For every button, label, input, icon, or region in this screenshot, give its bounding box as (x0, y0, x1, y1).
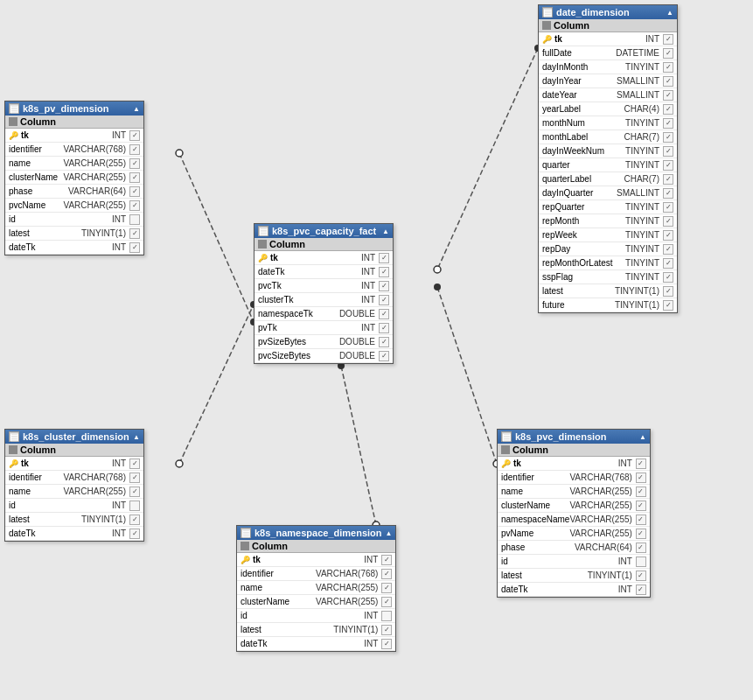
column-checkbox[interactable] (663, 90, 673, 101)
column-checkbox[interactable] (129, 486, 140, 497)
table-header-k8s_cluster_dimension[interactable]: ▤k8s_cluster_dimension▲ (5, 430, 143, 444)
column-checkbox[interactable] (129, 514, 140, 525)
column-checkbox[interactable] (129, 214, 140, 225)
table-k8s_pv_dimension[interactable]: ▤k8s_pv_dimension▲Column🔑tkINTidentifier… (4, 101, 144, 256)
table-row: latestTINYINT(1) (539, 284, 677, 298)
column-checkbox[interactable] (663, 188, 673, 199)
column-checkbox[interactable] (663, 244, 673, 255)
table-k8s_pvc_dimension[interactable]: ▤k8s_pvc_dimension▲Column🔑tkINTidentifie… (497, 429, 651, 598)
column-checkbox[interactable] (663, 132, 673, 143)
column-checkbox[interactable] (129, 242, 140, 253)
column-checkbox[interactable] (663, 160, 673, 171)
column-checkbox[interactable] (636, 486, 646, 497)
column-checkbox[interactable] (636, 556, 646, 567)
collapse-icon[interactable]: ▲ (666, 9, 673, 17)
column-checkbox[interactable] (636, 528, 646, 539)
column-type: VARCHAR(255) (64, 486, 127, 496)
column-checkbox[interactable] (381, 625, 392, 635)
column-checkbox[interactable] (379, 295, 389, 305)
column-checkbox[interactable] (381, 555, 392, 565)
svg-line-9 (341, 366, 376, 525)
column-checkbox[interactable] (636, 542, 646, 553)
column-checkbox[interactable] (129, 200, 140, 211)
column-name: pvSizeBytes (258, 337, 339, 346)
column-checkbox[interactable] (129, 158, 140, 169)
column-checkbox[interactable] (663, 216, 673, 227)
column-name: tk (253, 555, 364, 564)
primary-key-icon: 🔑 (9, 459, 18, 468)
column-checkbox[interactable] (381, 597, 392, 607)
column-checkbox[interactable] (663, 286, 673, 297)
table-row: clusterTkINT (254, 293, 393, 307)
column-checkbox[interactable] (379, 281, 389, 291)
table-k8s_namespace_dimension[interactable]: ▤k8s_namespace_dimension▲Column🔑tkINTide… (236, 525, 396, 652)
column-checkbox[interactable] (129, 500, 140, 511)
column-checkbox[interactable] (663, 62, 673, 73)
column-checkbox[interactable] (663, 76, 673, 87)
column-name: repWeek (542, 230, 625, 240)
collapse-icon[interactable]: ▲ (133, 433, 140, 441)
column-checkbox[interactable] (663, 146, 673, 157)
table-row: latestTINYINT(1) (5, 227, 143, 241)
table-row: dayInMonthTINYINT (539, 60, 677, 74)
collapse-icon[interactable]: ▲ (386, 529, 393, 537)
column-type: TINYINT (625, 230, 659, 240)
column-checkbox[interactable] (636, 570, 646, 581)
column-checkbox[interactable] (663, 202, 673, 213)
table-date_dimension[interactable]: ▤date_dimension▲Column🔑tkINTfullDateDATE… (538, 4, 678, 313)
table-row: identifierVARCHAR(768) (5, 471, 143, 485)
column-checkbox[interactable] (663, 230, 673, 241)
table-name-label: k8s_pv_dimension (23, 103, 129, 114)
collapse-icon[interactable]: ▲ (639, 433, 646, 441)
column-checkbox[interactable] (636, 458, 646, 469)
column-checkbox[interactable] (379, 267, 389, 277)
collapse-icon[interactable]: ▲ (382, 228, 389, 235)
column-checkbox[interactable] (663, 258, 673, 269)
column-name: pvcTk (258, 281, 361, 290)
column-checkbox[interactable] (381, 611, 392, 621)
table-header-date_dimension[interactable]: ▤date_dimension▲ (539, 5, 677, 19)
table-row: repDayTINYINT (539, 242, 677, 256)
column-checkbox[interactable] (636, 500, 646, 511)
column-checkbox[interactable] (129, 458, 140, 469)
column-checkbox[interactable] (381, 569, 392, 579)
column-icon (258, 240, 267, 248)
table-row: quarterLabelCHAR(7) (539, 172, 677, 186)
column-checkbox[interactable] (636, 514, 646, 525)
table-header-k8s_pvc_capacity_fact[interactable]: ▤k8s_pvc_capacity_fact▲ (254, 224, 393, 238)
column-checkbox[interactable] (129, 228, 140, 239)
column-checkbox[interactable] (663, 118, 673, 129)
table-row: 🔑tkINT (539, 32, 677, 46)
column-checkbox[interactable] (381, 639, 392, 649)
column-checkbox[interactable] (129, 144, 140, 155)
column-checkbox[interactable] (129, 130, 140, 141)
column-name: phase (501, 542, 575, 552)
column-checkbox[interactable] (379, 337, 389, 347)
table-k8s_pvc_capacity_fact[interactable]: ▤k8s_pvc_capacity_fact▲Column🔑tkINTdateT… (254, 223, 394, 364)
column-checkbox[interactable] (381, 583, 392, 593)
column-checkbox[interactable] (129, 528, 140, 539)
column-checkbox[interactable] (129, 472, 140, 483)
column-checkbox[interactable] (379, 253, 389, 263)
table-header-k8s_namespace_dimension[interactable]: ▤k8s_namespace_dimension▲ (237, 526, 395, 540)
column-name: dateTk (9, 242, 112, 252)
table-k8s_cluster_dimension[interactable]: ▤k8s_cluster_dimension▲Column🔑tkINTident… (4, 429, 144, 542)
table-row: phaseVARCHAR(64) (5, 185, 143, 199)
column-checkbox[interactable] (379, 323, 389, 333)
column-checkbox[interactable] (129, 186, 140, 197)
column-checkbox[interactable] (663, 104, 673, 115)
column-checkbox[interactable] (379, 309, 389, 319)
column-checkbox[interactable] (663, 34, 673, 45)
column-checkbox[interactable] (663, 174, 673, 185)
column-checkbox[interactable] (663, 272, 673, 283)
table-header-k8s_pv_dimension[interactable]: ▤k8s_pv_dimension▲ (5, 102, 143, 116)
table-header-k8s_pvc_dimension[interactable]: ▤k8s_pvc_dimension▲ (498, 430, 650, 444)
column-checkbox[interactable] (379, 351, 389, 361)
column-checkbox[interactable] (129, 172, 140, 183)
column-checkbox[interactable] (636, 584, 646, 595)
column-checkbox[interactable] (663, 48, 673, 59)
column-checkbox[interactable] (663, 300, 673, 311)
column-checkbox[interactable] (636, 472, 646, 483)
collapse-icon[interactable]: ▲ (133, 105, 140, 113)
column-name: name (9, 158, 64, 168)
